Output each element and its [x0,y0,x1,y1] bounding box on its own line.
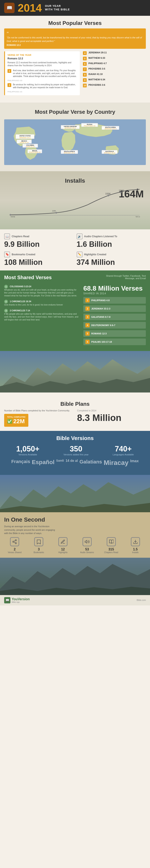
verse-number-badge: 10 [83,84,87,87]
world-map: UNITED STATES JEREMIAH 29:11 MEXICO ISAI… [4,119,146,165]
verse-number-badge: 5 [83,57,87,60]
list-item-text: And now, dear brothers and sisters, are … [13,69,77,78]
share-icon [10,537,19,546]
one-second-title: In One Second [4,517,59,523]
svg-text:10M: 10M [52,210,56,212]
svg-text:100M: 100M [105,193,110,195]
one-second-stats-grid: 2 Verses Shared 3 Bookmarks [4,537,146,554]
list-item: 1 PHILIPPIANS 4:8 [83,297,146,304]
bookmarks-second-label: Bookmarks [28,551,49,554]
svg-marker-47 [85,540,87,543]
svg-text:MEXICO: MEXICO [21,140,27,142]
verse-book-name: MATTHEW 6:34 [88,78,146,81]
yv-sub-label: Bible App [12,601,30,603]
scenic-divider-mid [0,475,150,512]
plans-subtitle: Number of Bible Plans completed by the Y… [4,409,73,412]
highlighted-verse-box: " "Do not be conformed to this world, bu… [4,28,146,49]
audio-streams-label: Audio Streams [76,551,98,554]
svg-text:UNITED KINGDOM: UNITED KINGDOM [64,126,77,127]
one-second-section: In One Second During an average second i… [0,475,150,595]
svg-text:AUSTRALIA: AUSTRALIA [105,151,114,152]
list-item: 2 JEREMIAH 33:2-3 [83,305,146,312]
list-item: 10 PROVERBS 3:6 [83,84,146,87]
map-section: Most Popular Verse by Country UNITED STA… [0,102,150,171]
verse-number-badge: 7 [83,67,87,71]
verse-ref: PSALMS 103:17-18 [91,341,112,343]
list-item: 5 ROMANS 12:3 [83,330,146,337]
highlights-stat-second: 12 Highlights [52,537,74,554]
lang-word: Imax [130,459,139,467]
highlight-icon-second [58,537,68,546]
verse-rank-badge: 4 [85,323,90,327]
verse-book-name: MATTHEW 6:33 [88,57,146,59]
verse-number-badge: 8 [83,73,87,76]
chapters-read-label: Chapters Read [12,235,29,238]
chapters-read-stat: 📖 Chapters Read 9.9 Billion [4,234,74,248]
lang-word: Samli [56,459,64,467]
svg-text:SOUTH KOREA: SOUTH KOREA [105,127,116,128]
highlight-icon: ✏️ [77,252,82,257]
list-item: 5 MATTHEW 6:33 [83,57,146,60]
world-map-svg: UNITED STATES JEREMIAH 29:11 MEXICO ISAI… [4,119,146,165]
verse-ref: DEUTERONOMY 6:6-7 [91,324,115,327]
bible-plans-section: Bible Plans Number of Bible Plans comple… [0,393,150,431]
shared-right-panel: 68.8 Million Verses SHARED IN 2014 1 PHI… [83,285,146,347]
versions-stats-row: 1,050+ Versions Available 350 Versions a… [4,444,146,456]
shared-verses-subtitle: Shared through Twitter, Facebook, Text M… [104,275,146,280]
scenic-divider-bottom [0,558,150,595]
list-item: 3 GALATIANS 6:7-8 [83,314,146,320]
bookmarks-stat: 🔖 Bookmarks Created 108 Million [4,252,74,267]
verse-ref: PHILIPPIANS 4:8 [91,299,109,302]
verse-citation: PHILIPPIANS 4:8 [7,80,77,82]
installs-chart: 164M 2008 10M 100M 150M 2014 [6,188,144,221]
map-section-title: Most Popular Verse by Country [0,104,150,117]
svg-text:SOUTH AFRICA: SOUTH AFRICA [64,151,75,152]
svg-text:RUSSIA: RUSSIA [87,124,92,125]
versions-available-label: Versions Available [16,453,40,456]
stats-section: 📖 Chapters Read 9.9 Billion 🔊 Audio Chap… [0,229,150,271]
popular-verses-section: Most Popular Verses " "Do not be conform… [0,16,150,102]
svg-point-44 [15,542,17,544]
chapters-read-value: 9.9 Billion [4,240,74,248]
svg-text:JEREMIAH 33:2-3: JEREMIAH 33:2-3 [104,128,116,129]
header-subtitle: OUR YEAR WITH THE BIBLE [45,4,70,11]
plans-right-panel: Completed in 2014 8.3 Million [77,409,146,423]
svg-text:PHILIPPIANS 4:8: PHILIPPIANS 4:8 [29,152,41,153]
verses-shared-stat: 2 Verses Shared [4,537,25,554]
svg-text:BRAZIL: BRAZIL [32,150,38,152]
yv-brand-name: YouVersion [12,597,30,601]
installs-second-label: Installs [125,551,146,554]
quote-mark-icon: " [7,31,143,36]
chapters-icon: 📖 [4,234,10,239]
highlighted-verse-text: "Do not be conformed to this world, but … [7,36,143,43]
audio-streams-stat: 53 Audio Streams [76,537,98,554]
bookmarks-label: Bookmarks Created [12,253,35,256]
chapters-read-second-value: 315 [101,548,122,551]
verse-of-year-label: Verse of the Year [7,54,77,56]
verse-citation-2: PHILIPPIANS 4:6 [7,91,77,93]
svg-text:JEREMIAH 29:11: JEREMIAH 29:11 [64,152,75,154]
installs-stat-second: 1.5 Installs [125,537,146,554]
verse-rank-badge: 1 [85,298,90,302]
highlights-second-label: Highlights [52,551,74,554]
audio-chapters-value: 1.6 Billion [77,240,146,248]
bookmarks-second-value: 3 [28,548,49,551]
bookmark-icon: 🔖 [4,252,10,257]
versions-available-value: 1,050+ [16,444,40,453]
scenic-divider-top [0,351,150,393]
languages-available-value: 740+ [113,444,134,453]
highlights-stat: ✏️ Highlights Created 374 Million [77,252,146,267]
plans-layout: Number of Bible Plans completed by the Y… [4,409,146,427]
one-second-layout: In One Second During an average second i… [4,517,146,535]
verse-number-badge: 6 [83,62,87,66]
svg-text:ISAIAH 41:10: ISAIAH 41:10 [26,146,35,147]
list-item-text: Be anxious for nothing, but in everythin… [13,83,77,89]
svg-text:JEREMIAH 29:11: JEREMIAH 29:11 [104,152,116,154]
bookmarks-stat-second: 3 Bookmarks [28,537,49,554]
list-item: 3 Be anxious for nothing, but in everyth… [7,83,77,89]
svg-line-45 [14,542,16,543]
audio-icon: 🔊 [77,234,82,239]
versions-available-stat: 1,050+ Versions Available [16,444,40,456]
page-header: 📖 2014 OUR YEAR WITH THE BIBLE [0,0,150,16]
header-year: 2014 [18,2,42,13]
